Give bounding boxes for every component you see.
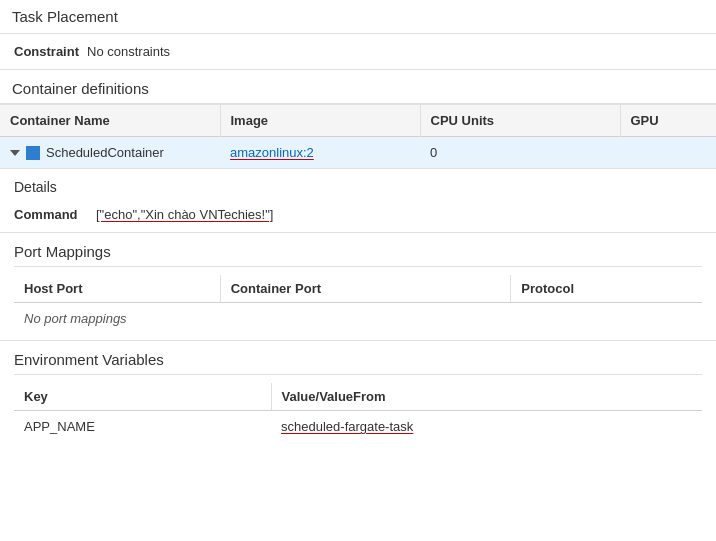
container-name-cell: ScheduledContainer bbox=[0, 137, 220, 169]
command-value: ["echo","Xin chào VNTechies!"] bbox=[96, 207, 273, 222]
constraint-value: No constraints bbox=[87, 44, 170, 59]
pm-col-container: Container Port bbox=[220, 275, 511, 303]
pm-empty-text: No port mappings bbox=[14, 303, 702, 335]
pm-col-host: Host Port bbox=[14, 275, 220, 303]
details-title: Details bbox=[14, 179, 702, 195]
pm-header-row: Host Port Container Port Protocol bbox=[14, 275, 702, 303]
container-cpu-cell: 0 bbox=[420, 137, 620, 169]
constraint-label: Constraint bbox=[14, 44, 79, 59]
container-image-value[interactable]: amazonlinux:2 bbox=[230, 145, 314, 160]
ev-value-cell: scheduled-fargate-task bbox=[271, 411, 702, 443]
container-definitions-header: Container definitions bbox=[0, 70, 716, 105]
command-row: Command ["echo","Xin chào VNTechies!"] bbox=[14, 203, 702, 226]
pm-empty-row: No port mappings bbox=[14, 303, 702, 335]
env-vars-title: Environment Variables bbox=[14, 351, 702, 375]
details-section: Details Command ["echo","Xin chào VNTech… bbox=[0, 169, 716, 233]
ev-row: APP_NAME scheduled-fargate-task bbox=[14, 411, 702, 443]
table-row: ScheduledContainer amazonlinux:2 0 bbox=[0, 137, 716, 169]
env-vars-table: Key Value/ValueFrom APP_NAME scheduled-f… bbox=[14, 383, 702, 442]
ev-key-value: APP_NAME bbox=[24, 419, 95, 434]
expand-icon[interactable] bbox=[10, 150, 20, 156]
task-placement-title: Task Placement bbox=[12, 8, 118, 25]
pm-col-protocol: Protocol bbox=[511, 275, 702, 303]
ev-col-value: Value/ValueFrom bbox=[271, 383, 702, 411]
ev-header-row: Key Value/ValueFrom bbox=[14, 383, 702, 411]
col-header-gpu: GPU bbox=[620, 105, 716, 137]
container-table-wrapper: Container Name Image CPU Units GPU Sched… bbox=[0, 105, 716, 169]
port-mappings-title: Port Mappings bbox=[14, 243, 702, 267]
container-definitions-title: Container definitions bbox=[12, 80, 149, 97]
port-mappings-section: Port Mappings Host Port Container Port P… bbox=[0, 233, 716, 341]
col-header-cpu: CPU Units bbox=[420, 105, 620, 137]
table-header-row: Container Name Image CPU Units GPU bbox=[0, 105, 716, 137]
ev-key-cell: APP_NAME bbox=[14, 411, 271, 443]
constraint-row: Constraint No constraints bbox=[0, 34, 716, 70]
env-vars-section: Environment Variables Key Value/ValueFro… bbox=[0, 341, 716, 448]
container-name-value: ScheduledContainer bbox=[46, 145, 164, 160]
col-header-name: Container Name bbox=[0, 105, 220, 137]
container-table: Container Name Image CPU Units GPU Sched… bbox=[0, 105, 716, 168]
ev-value-value: scheduled-fargate-task bbox=[281, 419, 413, 434]
container-gpu-cell bbox=[620, 137, 716, 169]
ev-col-key: Key bbox=[14, 383, 271, 411]
col-header-image: Image bbox=[220, 105, 420, 137]
port-mappings-table: Host Port Container Port Protocol No por… bbox=[14, 275, 702, 334]
container-image-cell: amazonlinux:2 bbox=[220, 137, 420, 169]
command-label: Command bbox=[14, 207, 84, 222]
task-placement-header: Task Placement bbox=[0, 0, 716, 34]
container-color-indicator bbox=[26, 146, 40, 160]
